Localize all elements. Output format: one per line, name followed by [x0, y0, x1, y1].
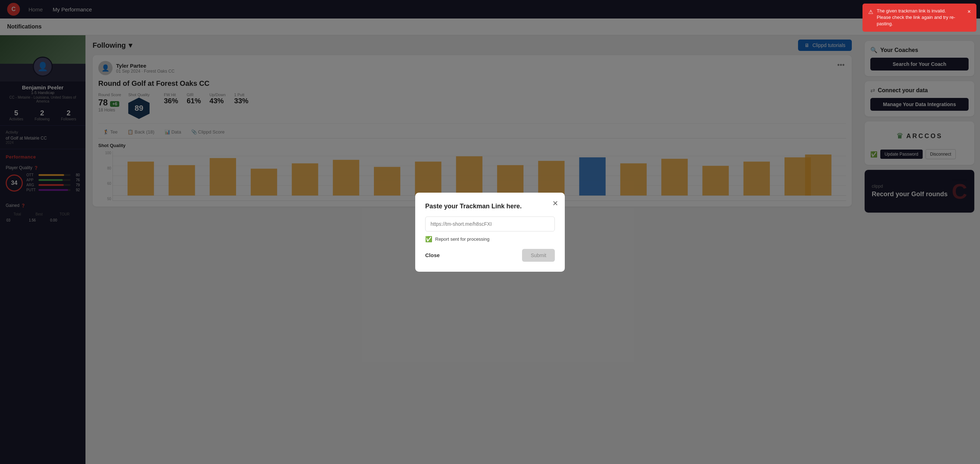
modal-box: Paste your Trackman Link here. ✕ ✅ Repor…	[415, 193, 565, 272]
trackman-link-input[interactable]	[425, 216, 555, 232]
success-check-icon: ✅	[425, 236, 432, 243]
modal-overlay: Paste your Trackman Link here. ✕ ✅ Repor…	[0, 0, 980, 464]
error-message: The given trackman link is invalid. Plea…	[877, 8, 961, 27]
modal-success-message: Report sent for processing	[435, 237, 489, 242]
modal-title: Paste your Trackman Link here.	[425, 203, 555, 210]
toast-close-button[interactable]: ×	[967, 8, 971, 16]
modal-close-icon-button[interactable]: ✕	[552, 199, 558, 208]
modal-submit-button[interactable]: Submit	[522, 249, 555, 262]
modal-footer: Close Submit	[425, 249, 555, 262]
modal-success-row: ✅ Report sent for processing	[425, 236, 555, 243]
error-toast: ⚠ The given trackman link is invalid. Pl…	[862, 3, 977, 32]
warning-icon: ⚠	[868, 8, 873, 16]
modal-close-button[interactable]: Close	[425, 252, 440, 258]
